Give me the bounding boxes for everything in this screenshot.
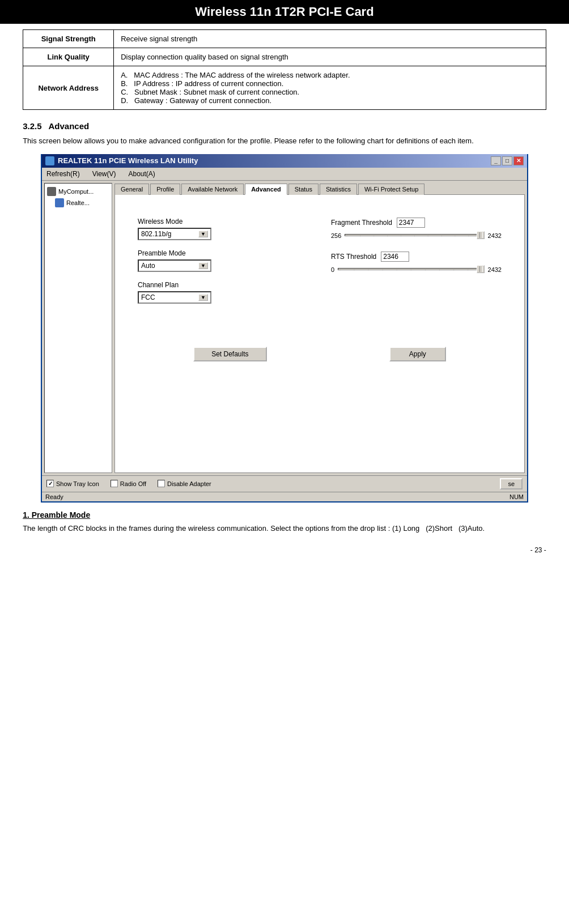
disable-adapter-item: Disable Adapter — [158, 480, 211, 487]
table-row: Link Quality Display connection quality … — [23, 48, 546, 66]
title-bar: REALTEK 11n PCIE Wireless LAN Utility _ … — [42, 154, 527, 168]
network-address-label: Network Address — [23, 66, 114, 110]
section-number: 3.2.5 — [23, 121, 41, 131]
wireless-mode-value: 802.11b/g — [141, 230, 171, 238]
section-title: Advanced — [48, 121, 89, 131]
computer-icon — [47, 187, 56, 196]
page-number: - 23 - — [23, 546, 546, 554]
radio-off-checkbox[interactable] — [111, 480, 118, 487]
page-header: Wireless 11n 1T2R PCI-E Card — [0, 0, 569, 24]
menu-refresh[interactable]: Refresh(R) — [44, 169, 82, 179]
preamble-mode-arrow[interactable]: ▼ — [198, 262, 208, 269]
rts-threshold-input[interactable] — [381, 252, 409, 262]
fragment-slider-container: ••••••••••• — [345, 231, 484, 240]
section-intro: This screen below allows you to make adv… — [23, 135, 546, 147]
set-defaults-button[interactable]: Set Defaults — [193, 347, 266, 361]
fragment-slider-max: 2432 — [488, 232, 502, 239]
signal-strength-value: Receive signal strength — [114, 30, 546, 48]
wireless-icon — [55, 198, 64, 207]
channel-plan-label: Channel Plan — [138, 281, 308, 289]
channel-plan-value: FCC — [141, 293, 155, 301]
rts-slider-max: 2432 — [488, 266, 502, 273]
rts-slider-container: ••••••••••• — [338, 265, 484, 274]
show-tray-icon-item: ✓ Show Tray Icon — [46, 480, 99, 487]
disable-adapter-checkbox[interactable] — [158, 480, 165, 487]
fragment-slider-thumb[interactable] — [477, 231, 485, 239]
rts-threshold-label: RTS Threshold — [331, 253, 376, 261]
buttons-row: Set Defaults Apply — [132, 341, 507, 361]
tab-advanced[interactable]: Advanced — [245, 184, 287, 195]
menu-bar: Refresh(R) View(V) About(A) — [42, 168, 527, 181]
signal-strength-label: Signal Strength — [23, 30, 114, 48]
fragment-threshold-label: Fragment Threshold — [331, 219, 392, 227]
fragment-slider-min: 256 — [331, 232, 341, 239]
left-panel: MyComput... Realte... — [44, 183, 112, 473]
menu-about[interactable]: About(A) — [126, 169, 157, 179]
tab-statistics[interactable]: Statistics — [320, 184, 357, 195]
show-tray-icon-checkbox[interactable]: ✓ — [46, 480, 54, 487]
minimize-button[interactable]: _ — [491, 156, 501, 165]
preamble-body: The length of CRC blocks in the frames d… — [23, 523, 546, 535]
content-area: Wireless Mode 802.11b/g ▼ Preamble Mode — [114, 194, 525, 473]
link-quality-label: Link Quality — [23, 48, 114, 66]
rts-slider-min: 0 — [331, 266, 334, 273]
maximize-button[interactable]: □ — [502, 156, 512, 165]
right-panel: General Profile Available Network Advanc… — [114, 183, 525, 473]
preamble-mode-select[interactable]: Auto ▼ — [138, 259, 211, 272]
fragment-threshold-input[interactable] — [397, 218, 425, 228]
left-settings-col: Wireless Mode 802.11b/g ▼ Preamble Mode — [138, 218, 308, 313]
table-row: Signal Strength Receive signal strength — [23, 30, 546, 48]
right-settings-col: Fragment Threshold 256 ••••••••••• — [331, 218, 502, 313]
preamble-mode-label: Preamble Mode — [138, 249, 308, 257]
status-bar: Ready NUM — [42, 492, 527, 501]
fragment-slider-track: ••••••••••• — [345, 234, 484, 236]
tree-item-wireless[interactable]: Realte... — [47, 197, 109, 208]
show-tray-icon-label: Show Tray Icon — [56, 480, 99, 487]
wireless-mode-label: Wireless Mode — [138, 218, 308, 225]
disable-adapter-label: Disable Adapter — [167, 480, 211, 487]
status-right: NUM — [509, 493, 524, 500]
radio-off-label: Radio Off — [120, 480, 146, 487]
tree-label-wireless: Realte... — [66, 199, 90, 206]
status-left: Ready — [45, 493, 63, 500]
close-small-button[interactable]: se — [500, 478, 523, 489]
table-row: Network Address A. MAC Address : The MAC… — [23, 66, 546, 110]
channel-plan-select[interactable]: FCC ▼ — [138, 291, 211, 304]
channel-plan-arrow[interactable]: ▼ — [198, 294, 208, 301]
tabs-row: General Profile Available Network Advanc… — [114, 183, 525, 194]
rts-slider-track: ••••••••••• — [338, 268, 484, 270]
wireless-mode-arrow[interactable]: ▼ — [198, 231, 208, 237]
preamble-heading: 1. Preamble Mode — [23, 510, 546, 520]
wireless-mode-select[interactable]: 802.11b/g ▼ — [138, 228, 211, 240]
app-icon — [45, 156, 54, 165]
app-body: MyComput... Realte... General Profile Av… — [42, 181, 527, 475]
link-quality-value: Display connection quality based on sign… — [114, 48, 546, 66]
app-window: REALTEK 11n PCIE Wireless LAN Utility _ … — [41, 154, 528, 503]
tree-label-computer: MyComput... — [58, 188, 94, 195]
rts-slider-thumb[interactable] — [477, 265, 485, 273]
radio-off-item: Radio Off — [111, 480, 146, 487]
tab-wifi-protect[interactable]: Wi-Fi Protect Setup — [358, 184, 424, 195]
menu-view[interactable]: View(V) — [90, 169, 118, 179]
tab-profile[interactable]: Profile — [150, 184, 180, 195]
apply-button[interactable]: Apply — [389, 347, 446, 361]
section-heading: 3.2.5 Advanced — [23, 121, 546, 131]
info-table: Signal Strength Receive signal strength … — [23, 29, 546, 110]
tab-general[interactable]: General — [114, 184, 149, 195]
preamble-mode-value: Auto — [141, 262, 155, 270]
tab-available-network[interactable]: Available Network — [181, 184, 244, 195]
app-bottom-bar: ✓ Show Tray Icon Radio Off Disable Adapt… — [42, 475, 527, 492]
tab-status[interactable]: Status — [288, 184, 319, 195]
header-title: Wireless 11n 1T2R PCI-E Card — [195, 5, 373, 19]
close-button[interactable]: ✕ — [513, 156, 524, 165]
app-title: REALTEK 11n PCIE Wireless LAN Utility — [58, 156, 198, 165]
network-address-value: A. MAC Address : The MAC address of the … — [114, 66, 546, 110]
tree-item-computer[interactable]: MyComput... — [47, 186, 109, 197]
